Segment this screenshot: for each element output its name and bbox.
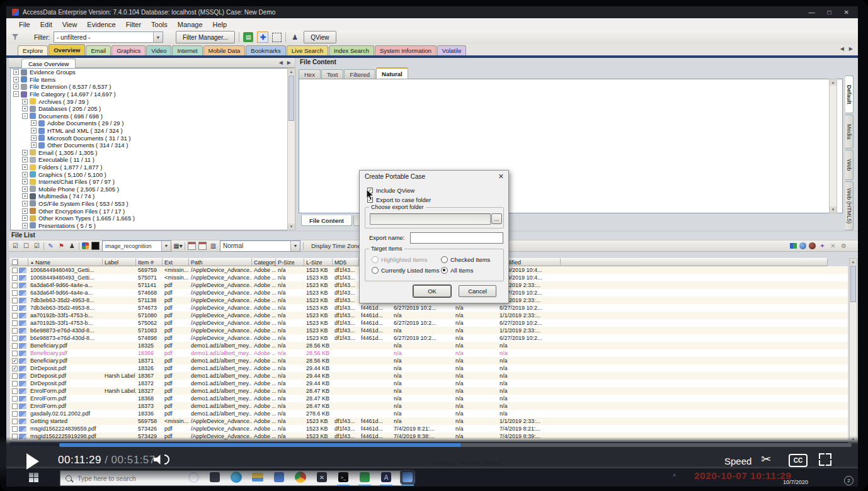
volume-button[interactable]	[154, 454, 169, 465]
scroll-up-icon[interactable]: ▲	[830, 79, 837, 86]
row-checkbox[interactable]	[12, 298, 18, 303]
tab-scroll-right-icon[interactable]: ▶	[849, 46, 853, 52]
tree-expander-icon[interactable]: +	[22, 223, 28, 229]
row-checkbox[interactable]	[12, 305, 18, 311]
tree-expander-icon[interactable]: +	[22, 193, 28, 199]
row-checkbox[interactable]	[12, 320, 18, 326]
column-header-name[interactable]: ▲Name	[28, 258, 103, 266]
column-header-md5[interactable]: MD5	[333, 258, 359, 266]
row-checkbox-checked[interactable]: ✓	[12, 358, 18, 364]
tree-item-other-encryption-files[interactable]: +Other Encryption Files ( 17 / 17 )	[11, 207, 288, 215]
tree-item-documents[interactable]: −Documents ( 698 / 698 )	[11, 113, 288, 120]
row-checkbox[interactable]	[12, 268, 18, 273]
tree-expander-icon[interactable]: +	[22, 106, 28, 111]
tree-item-html-and-xml[interactable]: +HTML and XML ( 324 / 324 )	[11, 127, 288, 135]
scroll-down-icon[interactable]: ▼	[288, 223, 295, 230]
tree-expander-icon[interactable]: +	[22, 99, 28, 104]
notification-icon[interactable]: 2	[844, 476, 854, 485]
tree-expander-icon[interactable]: +	[22, 208, 28, 214]
row-checkbox[interactable]	[12, 313, 18, 319]
browse-button[interactable]: ...	[491, 213, 502, 224]
file-row[interactable]: ✓Beneficiary.pdf18371pdfdemo1.ad1/albert…	[10, 357, 848, 364]
dark-globe-icon[interactable]	[809, 242, 816, 249]
file-row[interactable]: Getting started569758<missin.../AppleDev…	[10, 417, 848, 425]
tab-index-search[interactable]: Index Search	[329, 45, 374, 55]
calendar-from-icon[interactable]	[188, 242, 196, 250]
cancel-button[interactable]: Cancel	[459, 285, 496, 297]
pane-scroll-left-icon[interactable]: ◀	[279, 60, 283, 65]
close-icon[interactable]: ✕	[844, 9, 849, 16]
tree-expander-icon[interactable]: −	[13, 91, 19, 97]
tree-item-graphics[interactable]: +Graphics ( 5,100 / 5,100 )	[11, 171, 288, 178]
menu-filter[interactable]: Filter	[121, 21, 146, 28]
file-row[interactable]: EnrolForm.pdf18373pdfdemo1.ad1/albert_me…	[10, 402, 848, 410]
qview-button[interactable]: QView	[304, 31, 336, 43]
side-tab-media[interactable]: Media	[845, 115, 854, 149]
file-row[interactable]: Beneficiary.pdf18366pdfdemo1.ad1/albert_…	[10, 349, 848, 357]
side-tab-web[interactable]: Web	[845, 150, 854, 180]
viewer-tab-filtered[interactable]: Filtered	[344, 69, 375, 79]
row-checkbox[interactable]	[12, 336, 18, 341]
filter-combobox[interactable]: - unfiltered - ▼	[54, 31, 163, 43]
file-row[interactable]: b6e98873-e76d-430d-8...571083pdf/AppleDe…	[10, 327, 848, 334]
bottom-tab-file-content[interactable]: File Content	[301, 215, 352, 226]
tab-graphics[interactable]: Graphics	[111, 45, 146, 55]
column-header-ext[interactable]: Ext	[163, 258, 189, 266]
file-row[interactable]: aa70192b-33f1-4753-b...575062pdf/AppleDe…	[10, 319, 848, 327]
view-mode-icon[interactable]: ▦▾	[174, 242, 182, 250]
maximize-icon[interactable]: □	[828, 9, 831, 16]
tree-item-executable[interactable]: +Executable ( 11 / 11 )	[11, 156, 288, 164]
flag-icon[interactable]: ⚑	[57, 242, 66, 250]
clear-icon[interactable]: ✕	[829, 242, 837, 250]
tab-scroll-left-icon[interactable]: ◀	[840, 46, 844, 52]
chevron-down-icon[interactable]: ▼	[161, 241, 171, 251]
export-folder-field[interactable]	[370, 213, 491, 225]
tree-expander-icon[interactable]: +	[31, 128, 37, 133]
column-header-path[interactable]: Path	[189, 258, 252, 266]
file-row[interactable]: Beneficiary.pdf18325pdfdemo1.ad1/albert_…	[10, 342, 848, 349]
tab-internet[interactable]: Internet	[172, 45, 202, 55]
tree-expander-icon[interactable]: +	[22, 201, 28, 206]
scroll-up-icon[interactable]: ▲	[850, 259, 857, 265]
play-button[interactable]	[26, 453, 39, 470]
scroll-up-icon[interactable]: ▲	[288, 69, 295, 75]
tree-expander-icon[interactable]: +	[31, 142, 37, 148]
file-row[interactable]: aa70192b-33f1-4753-b...571080pdf/AppleDe…	[10, 312, 848, 319]
radio-currently-listed-items[interactable]: Currently Listed Items	[372, 267, 439, 274]
column-header-p-size[interactable]: P-Size	[276, 258, 304, 266]
row-checkbox[interactable]	[12, 388, 18, 394]
row-checkbox[interactable]	[12, 351, 18, 356]
dialog-close-icon[interactable]: ✕	[498, 172, 504, 181]
tree-item-archives[interactable]: +Archives ( 39 / 39 )	[11, 98, 288, 105]
tree-item-file-items[interactable]: +File Items	[11, 76, 288, 84]
column-header-item[interactable]: Item #	[136, 258, 163, 266]
radio-all-items[interactable]: All Items	[441, 267, 473, 274]
menu-help[interactable]: Help	[208, 21, 232, 28]
tree-item-multimedia[interactable]: +Multimedia ( 74 / 74 )	[11, 193, 288, 200]
import-icon[interactable]: ▤	[243, 32, 253, 42]
highlight-color-swatch[interactable]	[91, 242, 100, 250]
viewer-tab-hex[interactable]: Hex	[299, 69, 321, 79]
tab-mobile-data[interactable]: Mobile Data	[203, 45, 246, 55]
tree-expander-icon[interactable]: +	[13, 77, 19, 82]
menu-tools[interactable]: Tools	[146, 21, 173, 28]
ok-button[interactable]: OK	[413, 285, 451, 297]
chevron-down-icon[interactable]: ▼	[153, 32, 163, 42]
filter-manager-button[interactable]: Filter Manager...	[176, 31, 235, 43]
row-checkbox[interactable]	[12, 373, 18, 379]
tree-item-databases[interactable]: +Databases ( 205 / 205 )	[11, 105, 288, 113]
side-tab-web-html5[interactable]: Web (HTML5)	[845, 181, 854, 230]
tree-item-other-known-types[interactable]: +Other Known Types ( 1,665 / 1,665 )	[11, 215, 288, 222]
tab-case-overview[interactable]: Case Overview	[21, 59, 76, 68]
columns-icon[interactable]: ▥	[209, 242, 217, 250]
tree-scrollbar[interactable]: ▲ ▼	[287, 68, 295, 230]
row-checkbox-checked[interactable]: ✓	[12, 366, 18, 371]
check-invert-icon[interactable]: ☑	[33, 242, 41, 250]
tree-expander-icon[interactable]: +	[13, 84, 19, 89]
file-row[interactable]: b6e98873-e76d-430d-8...574898pdf/AppleDe…	[10, 334, 848, 342]
select-all-checkbox[interactable]	[10, 258, 18, 266]
tree-item-microsoft-documents[interactable]: +Microsoft Documents ( 31 / 31 )	[11, 134, 288, 142]
highlight-combobox[interactable]: image_recognition ▼	[102, 240, 171, 252]
tree-expander-icon[interactable]: +	[31, 120, 37, 126]
calendar-to-icon[interactable]	[198, 242, 207, 250]
